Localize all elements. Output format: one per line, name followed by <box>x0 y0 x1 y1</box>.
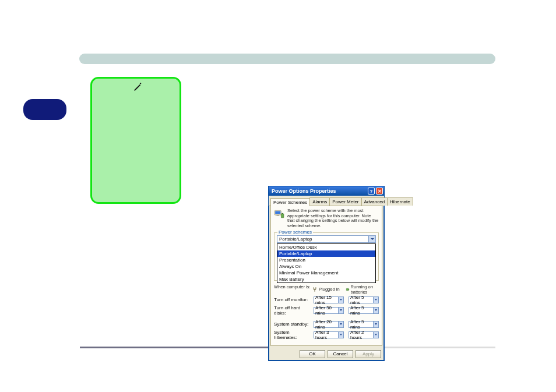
select-value: After 15 mins <box>315 295 338 305</box>
chevron-down-icon <box>368 236 375 242</box>
separator <box>274 318 379 319</box>
battery-monitor-icon <box>274 209 284 219</box>
standby-battery-select[interactable]: After 5 mins <box>349 321 379 328</box>
row-label: System hibernates: <box>274 330 314 340</box>
svg-rect-3 <box>281 214 284 218</box>
tab-body: Select the power scheme with the most ap… <box>270 206 382 346</box>
chevron-down-icon <box>338 322 343 327</box>
scheme-option[interactable]: Minimal Power Management <box>277 270 375 276</box>
chevron-down-icon <box>373 322 378 327</box>
scheme-option[interactable]: Max Battery <box>277 276 375 282</box>
tab-power-schemes[interactable]: Power Schemes <box>270 198 310 206</box>
when-label: When computer is: <box>274 284 312 295</box>
row-standby: System standby: After 20 mins After 5 mi… <box>274 321 379 328</box>
info-text: Select the power scheme with the most ap… <box>287 209 379 229</box>
select-value: After 30 mins <box>315 305 338 316</box>
apply-button[interactable]: Apply <box>356 350 381 358</box>
tab-advanced[interactable]: Advanced <box>361 197 388 206</box>
scheme-option[interactable]: Presentation <box>277 257 375 263</box>
row-hibernate: System hibernates: After 3 hours After 2… <box>274 330 379 340</box>
battery-label: Running on batteries <box>351 284 379 295</box>
chevron-down-icon <box>338 332 343 338</box>
chevron-down-icon <box>373 332 378 338</box>
tabstrip: Power Schemes Alarms Power Meter Advance… <box>269 196 384 206</box>
help-button[interactable]: ? <box>368 188 375 195</box>
select-value: After 5 mins <box>350 319 373 330</box>
row-label: System standby: <box>274 322 314 327</box>
scheme-option[interactable]: Home/Office Desk <box>277 244 375 250</box>
close-button[interactable]: ✕ <box>376 188 383 195</box>
tab-hibernate[interactable]: Hibernate <box>387 197 413 206</box>
row-label: Turn off hard disks: <box>274 305 314 316</box>
monitor-plugged-select[interactable]: After 15 mins <box>314 296 344 303</box>
dialog-titlebar[interactable]: Power Options Properties ? ✕ <box>269 186 384 196</box>
scheme-option[interactable]: Always On <box>277 263 375 270</box>
monitor-battery-select[interactable]: After 5 mins <box>349 296 379 303</box>
row-harddisk: Turn off hard disks: After 30 mins After… <box>274 305 379 316</box>
tab-alarms[interactable]: Alarms <box>309 197 330 206</box>
dialog-title: Power Options Properties <box>272 188 336 194</box>
plugged-label: Plugged in <box>319 287 339 292</box>
battery-icon <box>346 287 350 292</box>
ok-button[interactable]: OK <box>300 350 325 358</box>
select-value: After 5 mins <box>350 305 373 316</box>
row-label: Turn off monitor: <box>274 297 314 302</box>
scheme-select-listbox[interactable]: Home/Office Desk Portable/Laptop Present… <box>277 243 376 283</box>
svg-rect-6 <box>349 289 349 290</box>
settings-column-headers: When computer is: Plugged in Running on … <box>274 284 379 295</box>
hdd-battery-select[interactable]: After 5 mins <box>349 307 379 314</box>
standby-plugged-select[interactable]: After 20 mins <box>314 321 344 328</box>
power-options-dialog: Power Options Properties ? ✕ Power Schem… <box>268 186 385 361</box>
svg-rect-1 <box>275 211 280 214</box>
plug-icon <box>312 287 318 292</box>
hdd-plugged-select[interactable]: After 30 mins <box>314 307 344 314</box>
pen-icon <box>133 82 143 92</box>
chevron-down-icon <box>338 297 343 303</box>
group-label-schemes: Power schemes <box>277 229 313 235</box>
hibernate-battery-select[interactable]: After 2 hours <box>349 331 379 338</box>
chevron-down-icon <box>338 308 343 313</box>
select-value: After 20 mins <box>315 319 338 330</box>
row-monitor: Turn off monitor: After 15 mins After 5 … <box>274 296 379 303</box>
select-value: After 3 hours <box>315 330 338 340</box>
cancel-button[interactable]: Cancel <box>328 350 353 358</box>
scheme-option[interactable]: Portable/Laptop <box>277 250 375 257</box>
select-value: After 2 hours <box>350 330 373 340</box>
svg-rect-5 <box>346 288 349 291</box>
hibernate-plugged-select[interactable]: After 3 hours <box>314 331 344 338</box>
chevron-down-icon <box>373 297 378 303</box>
side-pill <box>23 99 66 120</box>
scheme-select[interactable]: Portable/Laptop <box>277 235 376 243</box>
select-value: After 5 mins <box>350 295 373 305</box>
scheme-select-value: Portable/Laptop <box>279 236 312 242</box>
header-pill <box>79 54 495 64</box>
power-schemes-group: Power schemes Portable/Laptop Home/Offic… <box>274 232 379 281</box>
note-card <box>90 77 181 204</box>
chevron-down-icon <box>373 308 378 313</box>
svg-rect-2 <box>277 215 280 216</box>
info-row: Select the power scheme with the most ap… <box>274 209 379 229</box>
dialog-footer: OK Cancel Apply <box>269 348 384 361</box>
svg-rect-4 <box>282 213 283 214</box>
tab-power-meter[interactable]: Power Meter <box>329 197 361 206</box>
